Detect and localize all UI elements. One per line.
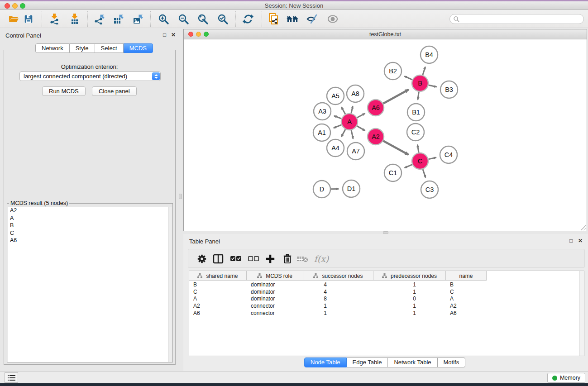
close-window-button[interactable] bbox=[5, 3, 10, 9]
node-A2[interactable]: A2 bbox=[368, 129, 384, 145]
mcds-result-item[interactable]: A6 bbox=[8, 237, 169, 244]
table-row[interactable]: Cdominator41C bbox=[189, 288, 487, 295]
close-view-button[interactable] bbox=[188, 32, 193, 37]
function-builder-button[interactable]: f(x) bbox=[311, 253, 331, 265]
edge-A2-C[interactable] bbox=[383, 141, 409, 155]
node-C4[interactable]: C4 bbox=[440, 146, 457, 163]
zoom-window-button[interactable] bbox=[20, 3, 25, 9]
edge-A-A3[interactable] bbox=[334, 116, 341, 119]
node-B4[interactable]: B4 bbox=[421, 46, 438, 63]
export-table-button[interactable] bbox=[112, 13, 124, 25]
table-row[interactable]: Adominator80A bbox=[189, 295, 487, 303]
delete-column-button[interactable] bbox=[282, 253, 293, 265]
window-resize-handle[interactable] bbox=[581, 225, 586, 230]
show-columns-button[interactable] bbox=[212, 253, 224, 265]
node-D1[interactable]: D1 bbox=[343, 180, 360, 197]
zoom-fit-button[interactable] bbox=[197, 13, 209, 25]
zoom-selected-button[interactable] bbox=[217, 13, 229, 25]
clone-network-button[interactable] bbox=[268, 13, 280, 25]
edge-A-A7[interactable] bbox=[351, 130, 353, 139]
column-header-predecessor-nodes[interactable]: predecessor nodes bbox=[373, 271, 446, 281]
edge-C-C4[interactable] bbox=[429, 157, 436, 159]
tab-network-table[interactable]: Network Table bbox=[388, 357, 437, 367]
edge-A-A4[interactable] bbox=[341, 129, 345, 137]
table-options-button[interactable] bbox=[196, 253, 208, 265]
tab-motifs[interactable]: Motifs bbox=[438, 357, 466, 367]
node-C2[interactable]: C2 bbox=[407, 124, 424, 141]
float-panel-icon[interactable]: □ bbox=[163, 32, 166, 38]
delete-table-button[interactable] bbox=[296, 253, 308, 265]
memory-status-button[interactable]: Memory bbox=[547, 373, 585, 383]
select-all-rows-button[interactable] bbox=[230, 253, 242, 265]
zoom-out-button[interactable] bbox=[177, 13, 189, 25]
node-D[interactable]: D bbox=[313, 181, 330, 198]
minimize-view-button[interactable] bbox=[196, 32, 201, 37]
mcds-result-item[interactable]: B bbox=[8, 222, 169, 229]
vertical-splitter-handle[interactable] bbox=[179, 194, 182, 199]
edge-A-A5[interactable] bbox=[341, 107, 345, 114]
edge-B-B3[interactable] bbox=[429, 85, 437, 87]
apply-layout-button[interactable] bbox=[242, 13, 254, 25]
node-C1[interactable]: C1 bbox=[384, 164, 402, 181]
node-A8[interactable]: A8 bbox=[347, 85, 364, 102]
save-session-button[interactable] bbox=[23, 13, 34, 25]
edge-A-A8[interactable] bbox=[351, 106, 353, 113]
column-header-name[interactable]: name bbox=[446, 271, 487, 281]
import-network-button[interactable] bbox=[48, 13, 60, 25]
import-table-button[interactable] bbox=[69, 13, 81, 25]
mcds-list-scrollbar[interactable] bbox=[168, 207, 172, 362]
table-row[interactable]: A6connector11A6 bbox=[189, 310, 487, 317]
deselect-all-rows-button[interactable] bbox=[248, 253, 259, 265]
home-button[interactable] bbox=[287, 13, 298, 25]
close-panel-button[interactable]: Close panel bbox=[92, 86, 137, 96]
edge-A-A1[interactable] bbox=[334, 125, 341, 128]
tab-style[interactable]: Style bbox=[70, 43, 95, 53]
node-A7[interactable]: A7 bbox=[347, 143, 364, 160]
zoom-view-button[interactable] bbox=[204, 32, 209, 37]
tab-mcds[interactable]: MCDS bbox=[124, 43, 153, 53]
close-panel-icon[interactable]: ✕ bbox=[171, 32, 176, 38]
edge-B-B4[interactable] bbox=[423, 67, 425, 75]
node-A4[interactable]: A4 bbox=[327, 139, 344, 157]
mcds-result-item[interactable]: A bbox=[8, 214, 169, 222]
edge-C-C2[interactable] bbox=[417, 145, 419, 153]
table-scrollbar[interactable] bbox=[579, 271, 584, 356]
edge-B-B1[interactable] bbox=[418, 92, 419, 100]
export-network-button[interactable] bbox=[93, 13, 105, 25]
mcds-result-item[interactable]: C bbox=[8, 229, 169, 237]
search-input[interactable] bbox=[459, 15, 583, 23]
mcds-result-item[interactable]: A2 bbox=[8, 207, 169, 214]
edge-A-A6[interactable] bbox=[357, 114, 365, 118]
node-A3[interactable]: A3 bbox=[314, 103, 331, 120]
column-header-successor-nodes[interactable]: successor nodes bbox=[303, 271, 373, 281]
edge-B-B2[interactable] bbox=[405, 76, 412, 80]
zoom-in-button[interactable] bbox=[158, 13, 169, 25]
node-B2[interactable]: B2 bbox=[384, 62, 402, 80]
node-C3[interactable]: C3 bbox=[421, 181, 438, 198]
tab-edge-table[interactable]: Edge Table bbox=[347, 357, 388, 367]
run-mcds-button[interactable]: Run MCDS bbox=[42, 86, 86, 96]
export-image-button[interactable] bbox=[132, 13, 143, 25]
node-B[interactable]: B bbox=[412, 75, 428, 91]
open-session-button[interactable] bbox=[8, 13, 19, 25]
column-header-shared-name[interactable]: shared name bbox=[189, 271, 247, 281]
node-B3[interactable]: B3 bbox=[440, 81, 458, 98]
create-column-button[interactable] bbox=[264, 253, 276, 265]
edge-C-C1[interactable] bbox=[405, 165, 412, 168]
show-annotations-button[interactable] bbox=[327, 13, 339, 25]
float-panel-icon[interactable]: □ bbox=[569, 238, 573, 243]
edge-A-A2[interactable] bbox=[357, 126, 365, 130]
edge-C-C3[interactable] bbox=[423, 169, 425, 177]
network-window-title-bar[interactable]: testGlobe.txt bbox=[184, 29, 587, 39]
column-header-MCDS-role[interactable]: MCDS role bbox=[247, 271, 303, 281]
task-history-button[interactable] bbox=[5, 372, 18, 383]
tab-select[interactable]: Select bbox=[95, 43, 124, 53]
minimize-window-button[interactable] bbox=[12, 3, 18, 9]
node-C[interactable]: C bbox=[412, 153, 428, 169]
close-panel-icon[interactable]: ✕ bbox=[578, 238, 583, 243]
node-A[interactable]: A bbox=[341, 114, 358, 130]
network-canvas[interactable]: A5A8A3A6AA1A4A7A2B4B2BB3B1C2CC4C1C3DD1 bbox=[184, 40, 587, 231]
node-A6[interactable]: A6 bbox=[368, 100, 384, 116]
optimization-criterion-select[interactable]: largest connected component (directed) bbox=[19, 71, 161, 81]
node-A1[interactable]: A1 bbox=[313, 124, 330, 141]
